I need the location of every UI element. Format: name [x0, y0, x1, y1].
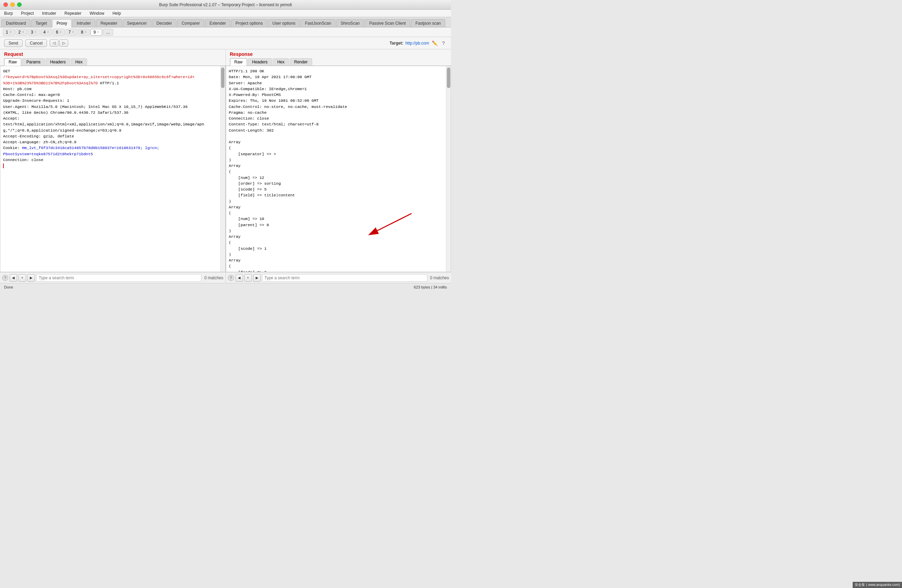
tab-sequencer[interactable]: Sequencer [123, 19, 152, 27]
response-tabs: Raw Headers Hex Render [226, 58, 451, 66]
help-icon[interactable]: ? [440, 40, 447, 47]
window-title: Burp Suite Professional v2.1.07 – Tempor… [159, 2, 292, 7]
menu-bar: Burp Project Intruder Repeater Window He… [0, 9, 451, 17]
tab-user-options[interactable]: User options [268, 19, 300, 27]
sub-tab-8[interactable]: 8 × [78, 29, 90, 36]
toolbar: Send Cancel ◁ ▷ Target: http://pb.com ✏️… [0, 37, 451, 49]
request-tab-params[interactable]: Params [22, 58, 45, 66]
response-code-area[interactable]: HTTP/1.1 200 OK Date: Mon, 19 Apr 2021 1… [226, 66, 446, 272]
response-tab-raw[interactable]: Raw [230, 58, 247, 66]
forward-button[interactable]: ▷ [59, 39, 68, 47]
cursor-indicator [3, 163, 4, 168]
sub-tab-4[interactable]: 4 × [41, 29, 52, 36]
sub-tab-9[interactable]: 9 × [91, 29, 102, 36]
response-scrollbar[interactable] [446, 66, 451, 272]
menu-burp[interactable]: Burp [3, 10, 14, 16]
menu-help[interactable]: Help [111, 10, 122, 16]
request-search-input[interactable] [36, 274, 202, 281]
response-tab-headers[interactable]: Headers [248, 58, 272, 66]
sub-tab-1[interactable]: 1 × [3, 29, 15, 36]
tab-intruder[interactable]: Intruder [72, 19, 95, 27]
close-button[interactable] [3, 2, 8, 7]
response-panel: Response Raw Headers Hex Render HTTP/1.1… [226, 49, 451, 283]
menu-window[interactable]: Window [88, 10, 106, 16]
response-content: HTTP/1.1 200 OK Date: Mon, 19 Apr 2021 1… [226, 66, 451, 272]
tab-repeater[interactable]: Repeater [96, 19, 122, 27]
status-right: 623 bytes | 34 millis [414, 285, 447, 289]
request-code-area[interactable]: GET /?keyword=%7Bpboot%3Asql%3Dupdate+ay… [0, 66, 220, 272]
response-tab-render[interactable]: Render [290, 58, 312, 66]
tab-comparer[interactable]: Comparer [177, 19, 204, 27]
close-tab-4-icon[interactable]: × [47, 30, 49, 34]
close-tab-9-icon[interactable]: × [97, 30, 99, 34]
response-search-next-btn[interactable]: + [244, 274, 252, 281]
request-search-help-icon[interactable]: ? [2, 275, 8, 281]
title-bar: Burp Suite Professional v2.1.07 – Tempor… [0, 0, 451, 9]
menu-intruder[interactable]: Intruder [41, 10, 58, 16]
tab-decoder[interactable]: Decoder [152, 19, 177, 27]
request-search-bar: ? ◀ + ▶ 0 matches [0, 272, 226, 283]
close-tab-6-icon[interactable]: × [60, 30, 62, 34]
response-search-prev-btn[interactable]: ◀ [235, 274, 243, 281]
close-tab-7-icon[interactable]: × [72, 30, 74, 34]
minimize-button[interactable] [10, 2, 15, 7]
more-tabs-button[interactable]: … [103, 29, 113, 36]
send-button[interactable]: Send [4, 39, 23, 47]
maximize-button[interactable] [17, 2, 22, 7]
cancel-button[interactable]: Cancel [25, 39, 47, 47]
sub-tab-6[interactable]: 6 × [53, 29, 65, 36]
close-tab-3-icon[interactable]: × [34, 30, 37, 34]
response-matches-label: 0 matches [430, 275, 449, 280]
response-content-wrapper: HTTP/1.1 200 OK Date: Mon, 19 Apr 2021 1… [226, 66, 451, 272]
request-pboot-cookie: PbootSystem=tnqke8757id2t0hekrp71bdnt5 [3, 152, 93, 156]
request-search-next-btn[interactable]: + [19, 274, 26, 281]
tab-fastjsonscan[interactable]: FastJsonScan [301, 19, 335, 27]
request-panel-title: Request [0, 49, 226, 58]
main-tab-bar: Dashboard Target Proxy Intruder Repeater… [0, 17, 451, 27]
request-content-wrapper: GET /?keyword=%7Bpboot%3Asql%3Dupdate+ay… [0, 66, 225, 272]
response-search-forward-btn[interactable]: ▶ [253, 274, 261, 281]
sub-tab-7[interactable]: 7 × [66, 29, 77, 36]
target-url: http://pb.com [406, 41, 429, 45]
request-search-prev-btn[interactable]: ◀ [9, 274, 17, 281]
response-scroll-handle[interactable] [447, 67, 450, 88]
target-label: Target: [390, 41, 403, 45]
response-search-input[interactable] [262, 274, 428, 281]
edit-target-icon[interactable]: ✏️ [431, 40, 438, 47]
tab-shiroscan[interactable]: ShiroScan [336, 19, 364, 27]
svg-line-1 [377, 213, 412, 231]
tab-proxy[interactable]: Proxy [52, 19, 72, 27]
request-panel: Request Raw Params Headers Hex GET /?key… [0, 49, 226, 283]
close-tab-8-icon[interactable]: × [85, 30, 87, 34]
sub-tab-bar: 1 × 2 × 3 × 4 × 6 × 7 × 8 × 9 × … [0, 27, 451, 37]
request-tab-hex[interactable]: Hex [71, 58, 87, 66]
request-search-forward-btn[interactable]: ▶ [27, 274, 35, 281]
target-info: Target: http://pb.com ✏️ ? [390, 40, 447, 47]
annotation-arrow [350, 210, 418, 238]
close-tab-1-icon[interactable]: × [9, 30, 12, 34]
back-button[interactable]: ◁ [50, 39, 59, 47]
request-tab-raw[interactable]: Raw [4, 58, 21, 66]
request-http-version: HTTP/1.1 [98, 81, 119, 85]
request-matches-label: 0 matches [204, 275, 223, 280]
response-tab-hex[interactable]: Hex [273, 58, 289, 66]
request-scrollbar[interactable] [220, 66, 225, 272]
sub-tab-2[interactable]: 2 × [16, 29, 27, 36]
tab-dashboard[interactable]: Dashboard [2, 19, 30, 27]
status-left: Done [4, 285, 13, 289]
tab-project-options[interactable]: Project options [231, 19, 267, 27]
request-scroll-handle[interactable] [221, 67, 224, 88]
request-tab-headers[interactable]: Headers [45, 58, 70, 66]
tab-target[interactable]: Target [31, 19, 52, 27]
menu-repeater[interactable]: Repeater [63, 10, 83, 16]
traffic-lights [3, 2, 22, 7]
tab-passive-scan-client[interactable]: Passive Scan Client [365, 19, 410, 27]
close-tab-2-icon[interactable]: × [22, 30, 24, 34]
tab-fastjson-scan[interactable]: Fastjson scan [411, 19, 445, 27]
nav-buttons: ◁ ▷ [50, 39, 68, 47]
request-cookie-value: Hm_lvt_f6f37dc3416ca514857b78d0b158037e=… [22, 145, 159, 150]
tab-extender[interactable]: Extender [205, 19, 230, 27]
menu-project[interactable]: Project [20, 10, 35, 16]
sub-tab-3[interactable]: 3 × [28, 29, 40, 36]
response-search-help-icon[interactable]: ? [228, 275, 234, 281]
